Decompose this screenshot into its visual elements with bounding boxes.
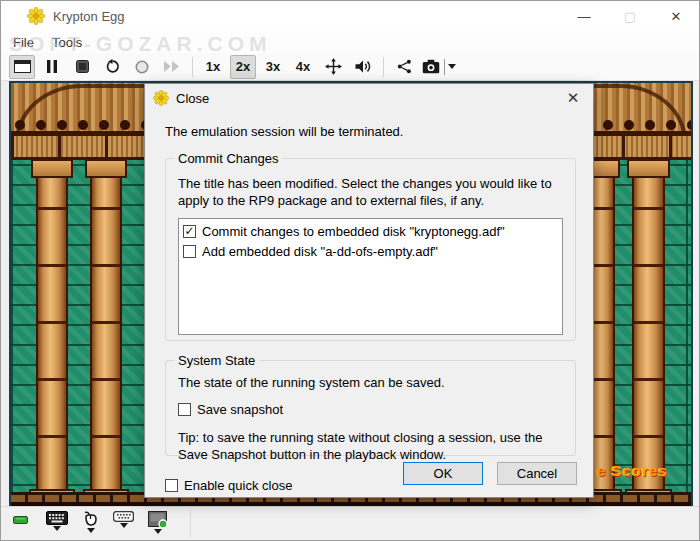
commit-option-checkbox[interactable]: ✓ — [183, 245, 196, 258]
dialog-buttons: OK Cancel — [389, 462, 577, 485]
move-arrows-icon — [325, 58, 342, 75]
commit-changes-group: Commit Changes The title has been modifi… — [165, 158, 576, 341]
camera-icon — [422, 59, 440, 74]
reset-icon — [105, 59, 120, 74]
app-flower-icon — [27, 7, 45, 25]
keyboard-icon — [46, 511, 68, 525]
game-column — [90, 176, 122, 492]
game-column — [632, 176, 665, 492]
save-snapshot-row[interactable]: ✓ Save snapshot — [178, 399, 563, 419]
keyboard-dropdown-caret-icon[interactable] — [53, 526, 61, 531]
save-snapshot-checkbox[interactable]: ✓ — [178, 403, 191, 416]
volume-button[interactable] — [350, 55, 376, 79]
dialog-intro-text: The emulation session will be terminated… — [165, 124, 576, 139]
drive-dropdown-caret-icon[interactable] — [154, 529, 162, 534]
cancel-button[interactable]: Cancel — [497, 462, 577, 485]
game-score-text: e Scores — [597, 462, 668, 479]
stop-button[interactable] — [69, 55, 95, 79]
commit-option-row[interactable]: ✓ Add embedded disk "a-dd-ofs-empty.adf" — [183, 241, 558, 261]
menu-tools[interactable]: Tools — [50, 33, 90, 52]
maximize-button[interactable]: ▢ — [607, 1, 653, 31]
toolbar-separator — [192, 57, 193, 77]
stop-icon — [76, 60, 89, 73]
disk-drive-icon — [148, 511, 168, 528]
display-window-icon — [14, 60, 31, 73]
dialog-close-button[interactable]: ✕ — [563, 89, 583, 107]
commit-option-label: Commit changes to embedded disk "krypton… — [202, 224, 505, 239]
quick-close-checkbox[interactable]: ✓ — [165, 479, 178, 492]
menu-file[interactable]: File — [11, 33, 42, 52]
mouse-indicator[interactable] — [82, 511, 99, 533]
checkmark-icon: ✓ — [184, 225, 194, 237]
commit-changes-description: The title has been modified. Select the … — [178, 175, 563, 209]
ok-button[interactable]: OK — [403, 462, 483, 485]
title-bar: Krypton Egg — ▢ ✕ — [1, 1, 699, 31]
record-button[interactable] — [129, 55, 155, 79]
port-dropdown-caret-icon[interactable] — [120, 523, 128, 528]
minimize-button[interactable]: — — [561, 1, 607, 31]
dialog-body: The emulation session will be terminated… — [145, 112, 593, 497]
game-column — [36, 176, 68, 492]
close-dialog: Close ✕ The emulation session will be te… — [144, 83, 594, 498]
display-mode-button[interactable] — [9, 55, 35, 79]
dialog-title: Close — [176, 91, 209, 106]
screenshot-button[interactable] — [421, 55, 457, 79]
statusbar-separator — [190, 511, 191, 537]
share-icon — [397, 59, 412, 74]
power-led-icon — [13, 516, 28, 524]
commit-option-checkbox[interactable]: ✓ — [183, 225, 196, 238]
fast-forward-icon — [164, 61, 180, 72]
camera-split-divider — [444, 59, 445, 75]
save-snapshot-label: Save snapshot — [197, 402, 283, 417]
reset-button[interactable] — [99, 55, 125, 79]
disk-drive-indicator[interactable] — [148, 511, 168, 534]
keyboard-indicator[interactable] — [46, 511, 68, 531]
system-state-group: System State The state of the running sy… — [165, 360, 576, 456]
toolbar: 1x 2x 3x 4x — [1, 53, 699, 81]
snapshot-tip-text: Tip: to save the running state without c… — [178, 429, 563, 463]
close-button[interactable]: ✕ — [653, 1, 699, 31]
share-button[interactable] — [391, 55, 417, 79]
toolbar-separator — [383, 57, 384, 77]
commit-option-row[interactable]: ✓ Commit changes to embedded disk "krypt… — [183, 221, 558, 241]
speaker-icon — [354, 59, 372, 74]
system-state-group-label: System State — [174, 353, 259, 368]
pause-button[interactable] — [39, 55, 65, 79]
commit-changes-group-label: Commit Changes — [174, 151, 282, 166]
status-bar — [1, 506, 699, 540]
scale-1x-button[interactable]: 1x — [200, 55, 226, 79]
camera-dropdown-caret-icon[interactable] — [448, 64, 456, 69]
window-title: Krypton Egg — [53, 9, 125, 24]
dialog-title-bar: Close ✕ — [145, 84, 593, 112]
menu-bar: File Tools — [1, 31, 699, 53]
port-connector-icon — [113, 511, 134, 522]
caption-buttons: — ▢ ✕ — [561, 1, 699, 31]
scale-3x-button[interactable]: 3x — [260, 55, 286, 79]
commit-options-listbox[interactable]: ✓ Commit changes to embedded disk "krypt… — [178, 218, 563, 335]
pan-button[interactable] — [320, 55, 346, 79]
mouse-icon — [82, 511, 99, 527]
quick-close-label: Enable quick close — [184, 478, 292, 493]
fast-forward-button[interactable] — [159, 55, 185, 79]
record-icon — [135, 60, 149, 74]
commit-option-label: Add embedded disk "a-dd-ofs-empty.adf" — [202, 244, 438, 259]
dialog-flower-icon — [153, 90, 169, 106]
system-state-description: The state of the running system can be s… — [178, 375, 563, 390]
pause-icon — [47, 60, 57, 73]
mouse-dropdown-caret-icon[interactable] — [87, 528, 95, 533]
app-window: Krypton Egg — ▢ ✕ File Tools SOFT-GOZAR.… — [0, 0, 700, 541]
scale-4x-button[interactable]: 4x — [290, 55, 316, 79]
scale-2x-button[interactable]: 2x — [230, 55, 256, 79]
joystick-port-indicator[interactable] — [113, 511, 134, 528]
